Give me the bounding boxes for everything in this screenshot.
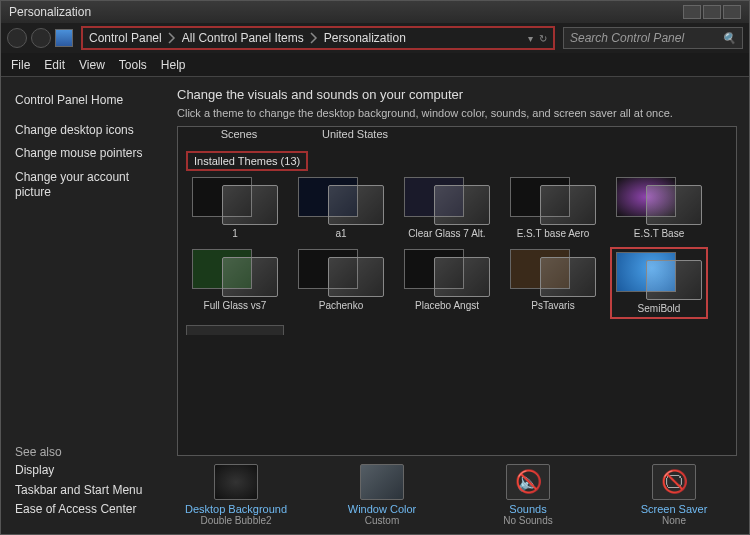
menu-file[interactable]: File <box>11 58 30 72</box>
theme-item[interactable]: E.S.T base Aero <box>504 175 602 239</box>
sidebar-display[interactable]: Display <box>15 463 161 479</box>
chevron-right-icon <box>168 32 176 44</box>
window-color-link[interactable]: Window Color Custom <box>323 464 441 526</box>
chevron-right-icon <box>310 32 318 44</box>
theme-item[interactable]: E.S.T Base <box>610 175 708 239</box>
screen-saver-link[interactable]: 🖵🚫 Screen Saver None <box>615 464 733 526</box>
search-placeholder: Search Control Panel <box>570 31 684 45</box>
breadcrumb[interactable]: Control Panel All Control Panel Items Pe… <box>81 26 555 50</box>
breadcrumb-item[interactable]: Control Panel <box>89 31 162 45</box>
search-input[interactable]: Search Control Panel 🔍 <box>563 27 743 49</box>
sounds-icon: 🔈🚫 <box>506 464 550 500</box>
see-also-heading: See also <box>15 445 161 459</box>
partial-row: Scenes United States <box>190 127 728 145</box>
theme-label: United States <box>322 128 388 140</box>
title-bar: Personalization <box>1 1 749 23</box>
desktop-background-link[interactable]: Desktop Background Double Bubble2 <box>177 464 295 526</box>
minimize-button[interactable] <box>683 5 701 19</box>
breadcrumb-item[interactable]: All Control Panel Items <box>182 31 304 45</box>
theme-label: PsTavaris <box>505 300 601 311</box>
theme-label: a1 <box>293 228 389 239</box>
bottom-actions: Desktop Background Double Bubble2 Window… <box>177 464 737 526</box>
partial-next-row <box>186 325 728 335</box>
control-panel-icon <box>55 29 73 47</box>
theme-label: Full Glass vs7 <box>187 300 283 311</box>
theme-item[interactable]: Full Glass vs7 <box>186 247 284 319</box>
theme-label: Pachenko <box>293 300 389 311</box>
sidebar: Control Panel Home Change desktop icons … <box>1 77 171 534</box>
theme-item[interactable]: a1 <box>292 175 390 239</box>
sidebar-ease[interactable]: Ease of Access Center <box>15 502 161 518</box>
sidebar-account-picture[interactable]: Change your account picture <box>15 170 161 201</box>
screen-saver-icon: 🖵🚫 <box>652 464 696 500</box>
main-panel: Change the visuals and sounds on your co… <box>171 77 749 534</box>
breadcrumb-item[interactable]: Personalization <box>324 31 406 45</box>
theme-label: E.S.T base Aero <box>505 228 601 239</box>
action-title: Screen Saver <box>641 503 708 515</box>
theme-label: E.S.T Base <box>611 228 707 239</box>
nav-row: Control Panel All Control Panel Items Pe… <box>1 23 749 53</box>
theme-item[interactable]: 1 <box>186 175 284 239</box>
action-sub: None <box>662 515 686 526</box>
action-title: Sounds <box>509 503 546 515</box>
breadcrumb-dropdown-icon[interactable]: ▾ ↻ <box>528 33 547 44</box>
back-button[interactable] <box>7 28 27 48</box>
personalization-window: Personalization Control Panel All Contro… <box>0 0 750 535</box>
search-icon: 🔍 <box>722 32 736 45</box>
theme-label: 1 <box>187 228 283 239</box>
page-heading: Change the visuals and sounds on your co… <box>177 87 737 102</box>
installed-themes-header: Installed Themes (13) <box>186 151 308 171</box>
action-sub: Custom <box>365 515 399 526</box>
action-sub: No Sounds <box>503 515 552 526</box>
desktop-background-icon <box>214 464 258 500</box>
menu-edit[interactable]: Edit <box>44 58 65 72</box>
action-sub: Double Bubble2 <box>200 515 271 526</box>
theme-label: Clear Glass 7 Alt. <box>399 228 495 239</box>
sounds-link[interactable]: 🔈🚫 Sounds No Sounds <box>469 464 587 526</box>
window-title: Personalization <box>9 5 91 19</box>
theme-label: Scenes <box>221 128 258 140</box>
menu-help[interactable]: Help <box>161 58 186 72</box>
menu-bar: File Edit View Tools Help <box>1 53 749 77</box>
sidebar-mouse-pointers[interactable]: Change mouse pointers <box>15 146 161 162</box>
theme-label: Placebo Angst <box>399 300 495 311</box>
sidebar-home[interactable]: Control Panel Home <box>15 93 161 109</box>
page-subheading: Click a theme to change the desktop back… <box>177 106 737 120</box>
theme-item[interactable]: PsTavaris <box>504 247 602 319</box>
window-color-icon <box>360 464 404 500</box>
menu-tools[interactable]: Tools <box>119 58 147 72</box>
theme-item-selected[interactable]: SemiBold <box>610 247 708 319</box>
maximize-button[interactable] <box>703 5 721 19</box>
menu-view[interactable]: View <box>79 58 105 72</box>
theme-item[interactable]: Clear Glass 7 Alt. <box>398 175 496 239</box>
action-title: Window Color <box>348 503 416 515</box>
forward-button[interactable] <box>31 28 51 48</box>
content-area: Control Panel Home Change desktop icons … <box>1 77 749 534</box>
sidebar-desktop-icons[interactable]: Change desktop icons <box>15 123 161 139</box>
close-button[interactable] <box>723 5 741 19</box>
themes-list[interactable]: Scenes United States Installed Themes (1… <box>177 126 737 456</box>
theme-label: SemiBold <box>611 303 707 314</box>
theme-item[interactable]: Pachenko <box>292 247 390 319</box>
theme-item[interactable]: Placebo Angst <box>398 247 496 319</box>
sidebar-taskbar[interactable]: Taskbar and Start Menu <box>15 483 161 499</box>
action-title: Desktop Background <box>185 503 287 515</box>
